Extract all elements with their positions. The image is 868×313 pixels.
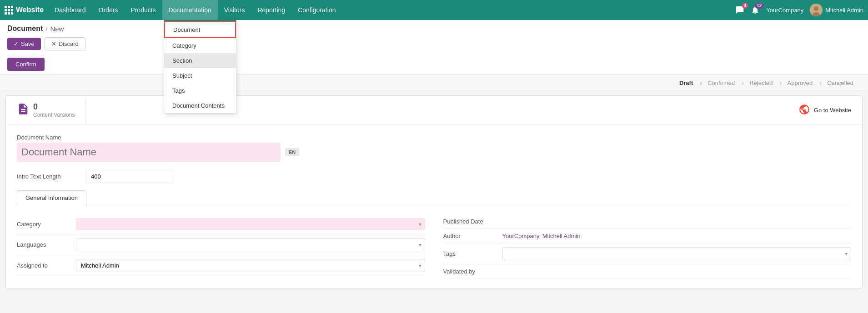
validated-by-label: Validated by [443,268,502,275]
versions-label: Content Versions [33,112,75,118]
breadcrumb-separator: / [45,25,47,33]
x-icon: ✕ [51,40,56,47]
language-tag: EN [285,148,299,156]
languages-row: Languages [17,234,425,255]
category-row: Category [17,214,425,234]
company-name: YourCompany [766,7,803,14]
nav-products[interactable]: Products [124,0,162,20]
category-label: Category [17,221,76,228]
status-bar: Draft Confirmed Rejected Approved Cancel… [0,75,868,91]
tab-general-information[interactable]: General Information [17,190,86,205]
assigned-to-select[interactable]: Mitchell Admin [76,259,425,272]
app-title: Website [16,6,44,14]
dropdown-item-subject[interactable]: Subject [164,68,236,83]
tabs-bar: General Information [17,190,851,205]
assigned-to-row: Assigned to Mitchell Admin [17,255,425,276]
top-navigation: Website Dashboard Orders Products Docume… [0,0,868,20]
intro-length-row: Intro Text Length [17,170,851,183]
topnav-right: 4 12 YourCompany Mitchell Admin [735,4,863,16]
user-menu[interactable]: Mitchell Admin [810,4,863,16]
category-select-wrapper [76,218,425,230]
category-select[interactable] [76,218,425,230]
languages-select[interactable] [76,238,425,251]
intro-length-input[interactable] [86,170,172,183]
discard-button[interactable]: ✕ Discard [45,37,85,50]
nav-reporting[interactable]: Reporting [251,0,291,20]
check-icon: ✓ [14,40,19,47]
assigned-to-select-wrapper: Mitchell Admin [76,259,425,272]
dropdown-item-document-contents[interactable]: Document Contents [164,98,236,113]
form-area: Document Name EN Intro Text Length Gener… [6,125,862,288]
activity-badge: 12 [755,3,763,9]
versions-count: 0 [33,102,75,112]
messages-badge: 4 [742,3,748,9]
right-column: Published Date Author YourCompany, Mitch… [443,214,852,279]
author-row: Author YourCompany, Mitchell Admin [443,229,852,243]
document-name-input[interactable] [17,143,281,162]
document-name-field: Document Name EN [17,134,851,162]
versions-button[interactable]: 0 Content Versions [6,96,86,124]
activity-button[interactable]: 12 [751,5,760,15]
status-cancelled[interactable]: Cancelled [820,77,861,89]
status-draft[interactable]: Draft [672,77,700,89]
subheader: Document / New ✓ Save ✕ Discard Confirm [0,20,868,75]
dropdown-item-document[interactable]: Document [164,21,236,38]
tags-row: Tags [443,243,852,264]
avatar [810,4,823,16]
website-label: Go to Website [814,107,851,114]
toolbar: ✓ Save ✕ Discard [7,35,861,55]
published-date-row: Published Date [443,214,852,229]
general-info-grid: Category Languages [17,214,851,279]
nav-dashboard[interactable]: Dashboard [48,0,92,20]
documentation-dropdown: Document Category Section Subject Tags D… [164,20,236,114]
confirm-button[interactable]: Confirm [7,58,45,71]
save-button[interactable]: ✓ Save [7,38,41,50]
tags-select-wrapper [502,247,852,260]
intro-length-label: Intro Text Length [17,173,80,180]
messages-button[interactable]: 4 [735,5,744,15]
smart-buttons: 0 Content Versions Go to Website [6,96,862,125]
status-rejected[interactable]: Rejected [742,77,780,89]
nav-visitors[interactable]: Visitors [218,0,251,20]
app-logo[interactable]: Website [5,6,44,15]
action-bar: Confirm [7,55,861,75]
validated-by-row: Validated by [443,264,852,279]
globe-icon [798,104,810,117]
document-icon [17,103,30,118]
published-date-label: Published Date [443,218,502,225]
dropdown-item-category[interactable]: Category [164,38,236,53]
svg-point-1 [814,6,818,11]
go-to-website-button[interactable]: Go to Website [788,96,862,124]
document-name-label: Document Name [17,134,851,141]
left-column: Category Languages [17,214,425,279]
languages-label: Languages [17,241,76,248]
breadcrumb-parent[interactable]: Document [7,25,43,33]
nav-documentation[interactable]: Documentation [162,0,218,20]
status-approved[interactable]: Approved [780,77,820,89]
author-value[interactable]: YourCompany, Mitchell Admin [502,233,581,239]
assigned-to-label: Assigned to [17,262,76,269]
dropdown-item-tags[interactable]: Tags [164,83,236,98]
tags-select[interactable] [502,247,852,260]
status-confirmed[interactable]: Confirmed [700,77,742,89]
breadcrumb-current: New [50,25,64,33]
tags-label: Tags [443,250,502,257]
dropdown-item-section[interactable]: Section [164,53,236,68]
nav-orders[interactable]: Orders [92,0,125,20]
grid-icon [5,6,13,15]
languages-select-wrapper [76,238,425,251]
author-label: Author [443,233,502,239]
breadcrumb: Document / New [7,20,861,35]
content-area: 0 Content Versions Go to Website Documen… [5,95,863,288]
nav-configuration[interactable]: Configuration [291,0,342,20]
nav-items: Dashboard Orders Products Documentation … [48,0,735,20]
user-name: Mitchell Admin [825,7,863,14]
